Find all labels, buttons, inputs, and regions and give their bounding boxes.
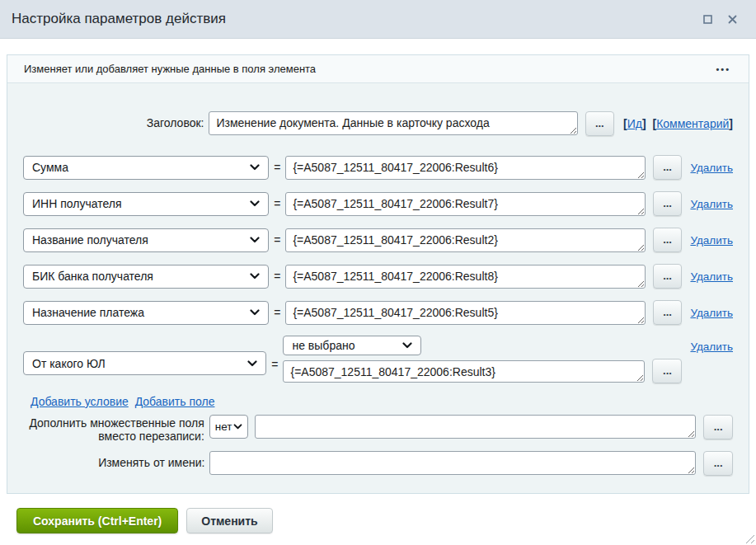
author-input[interactable] bbox=[209, 451, 696, 475]
action-description: Изменяет или добавляет нужные данные в п… bbox=[24, 63, 714, 75]
field-value-input[interactable]: {=A5087_12511_80417_22006:Result2} bbox=[285, 228, 645, 252]
field-row: Название получателя = {=A5087_12511_8041… bbox=[23, 228, 733, 252]
field-select-value: ИНН получателя bbox=[32, 197, 250, 210]
title-links: [Ид] [Комментарий] bbox=[623, 111, 733, 136]
bracket: ] bbox=[729, 117, 733, 130]
title-more-button[interactable]: ... bbox=[585, 111, 615, 136]
field-row: БИК банка получателя = {=A5087_12511_804… bbox=[23, 264, 733, 289]
entity-select[interactable]: не выбрано bbox=[283, 336, 421, 355]
chevron-down-icon bbox=[250, 309, 260, 316]
delete-link[interactable]: Удалить bbox=[690, 307, 733, 319]
field-more-button[interactable]: ... bbox=[653, 300, 683, 325]
field-select[interactable]: Назначение платежа bbox=[23, 301, 269, 325]
context-menu-button[interactable]: ••• bbox=[714, 61, 732, 78]
field-more-button[interactable]: ... bbox=[653, 155, 683, 180]
field-value-input[interactable]: {=A5087_12511_80417_22006:Result8} bbox=[285, 265, 645, 289]
field-select[interactable]: Название получателя bbox=[23, 228, 269, 252]
chevron-down-icon bbox=[402, 342, 412, 349]
field-more-button[interactable]: ... bbox=[653, 264, 683, 289]
field-select-value: Назначение платежа bbox=[32, 306, 250, 319]
close-button[interactable] bbox=[721, 8, 743, 30]
multi-fields-select-value: нет bbox=[215, 420, 234, 433]
field-more-button[interactable]: ... bbox=[653, 228, 683, 252]
bracket: ] bbox=[642, 117, 646, 130]
field-select-value: Сумма bbox=[32, 161, 250, 174]
entity-select-value: не выбрано bbox=[292, 339, 402, 352]
field-value-input[interactable]: {=A5087_12511_80417_22006:Result7} bbox=[285, 192, 645, 216]
equals-sign: = bbox=[274, 306, 280, 319]
author-row: Изменять от имени: ... bbox=[23, 451, 733, 476]
chevron-down-icon bbox=[250, 200, 260, 207]
add-field-link[interactable]: Добавить поле bbox=[135, 395, 215, 408]
field-select-value: От какого ЮЛ bbox=[32, 357, 247, 370]
id-link[interactable]: Ид bbox=[627, 117, 642, 130]
comment-link[interactable]: Комментарий bbox=[656, 117, 729, 130]
multi-fields-label: Дополнить множественные поля вместо пере… bbox=[23, 415, 209, 443]
field-row: ИНН получателя = {=A5087_12511_80417_220… bbox=[23, 191, 733, 216]
multi-fields-input[interactable] bbox=[255, 415, 696, 439]
field-value-input[interactable]: {=A5087_12511_80417_22006:Result5} bbox=[285, 301, 645, 325]
add-condition-link[interactable]: Добавить условие bbox=[31, 395, 129, 408]
close-icon bbox=[728, 15, 737, 24]
form-content: Заголовок: Изменение документа. Данные в… bbox=[7, 83, 749, 476]
multi-fields-row: Дополнить множественные поля вместо пере… bbox=[23, 415, 733, 443]
maximize-icon bbox=[703, 15, 712, 24]
chevron-down-icon bbox=[233, 424, 242, 430]
delete-link[interactable]: Удалить bbox=[690, 198, 733, 210]
author-more-button[interactable]: ... bbox=[703, 451, 733, 476]
equals-sign: = bbox=[271, 358, 278, 371]
field-row: Сумма = {=A5087_12511_80417_22006:Result… bbox=[23, 155, 733, 180]
field-select-value: Название получателя bbox=[32, 233, 250, 247]
chevron-down-icon bbox=[250, 237, 260, 243]
field-select[interactable]: От какого ЮЛ bbox=[23, 351, 266, 375]
delete-link[interactable]: Удалить bbox=[690, 270, 733, 283]
title-row: Заголовок: Изменение документа. Данные в… bbox=[23, 111, 733, 136]
author-label: Изменять от имени: bbox=[23, 451, 209, 475]
field-row: Назначение платежа = {=A5087_12511_80417… bbox=[23, 300, 733, 325]
equals-sign: = bbox=[274, 161, 280, 174]
field-more-button[interactable]: ... bbox=[652, 359, 682, 383]
title-label: Заголовок: bbox=[23, 111, 209, 135]
chevron-down-icon bbox=[250, 164, 260, 171]
title-input[interactable]: Изменение документа. Данные в карточку р… bbox=[209, 111, 577, 135]
delete-link[interactable]: Удалить bbox=[690, 162, 733, 174]
footer-buttons: Сохранить (Ctrl+Enter) Отменить bbox=[16, 508, 273, 533]
action-description-bar: Изменяет или добавляет нужные данные в п… bbox=[7, 55, 749, 83]
value-line: {=A5087_12511_80417_22006:Result3} ... bbox=[283, 359, 682, 383]
field-select[interactable]: БИК банка получателя bbox=[23, 265, 269, 289]
equals-sign: = bbox=[274, 197, 280, 210]
value-stack: не выбрано {=A5087_12511_80417_22006:Res… bbox=[283, 336, 682, 383]
field-value-input[interactable]: {=A5087_12511_80417_22006:Result6} bbox=[285, 156, 645, 180]
multi-fields-more-button[interactable]: ... bbox=[703, 415, 733, 439]
resize-grip-icon[interactable] bbox=[744, 533, 754, 543]
delete-link[interactable]: Удалить bbox=[690, 234, 733, 247]
cancel-button[interactable]: Отменить bbox=[186, 508, 272, 533]
equals-sign: = bbox=[274, 270, 280, 283]
multi-fields-select[interactable]: нет bbox=[209, 415, 249, 439]
maximize-button[interactable] bbox=[697, 8, 718, 30]
window-title: Настройка параметров действия bbox=[12, 11, 697, 27]
chevron-down-icon bbox=[250, 273, 260, 280]
field-more-button[interactable]: ... bbox=[653, 191, 683, 216]
delete-link[interactable]: Удалить bbox=[690, 341, 733, 353]
save-button[interactable]: Сохранить (Ctrl+Enter) bbox=[16, 508, 178, 533]
field-value-input[interactable]: {=A5087_12511_80417_22006:Result3} bbox=[283, 360, 645, 383]
chevron-down-icon bbox=[247, 360, 257, 367]
field-select-value: БИК банка получателя bbox=[32, 270, 250, 283]
field-select[interactable]: ИНН получателя bbox=[23, 192, 269, 216]
field-select[interactable]: Сумма bbox=[23, 156, 269, 180]
window-titlebar: Настройка параметров действия bbox=[0, 0, 756, 39]
field-row-last: От какого ЮЛ = не выбрано {=A5087_12511_… bbox=[23, 336, 733, 383]
add-links-row: Добавить условие Добавить поле bbox=[23, 395, 733, 408]
action-settings-panel: Изменяет или добавляет нужные данные в п… bbox=[7, 54, 749, 494]
equals-sign: = bbox=[274, 233, 280, 247]
